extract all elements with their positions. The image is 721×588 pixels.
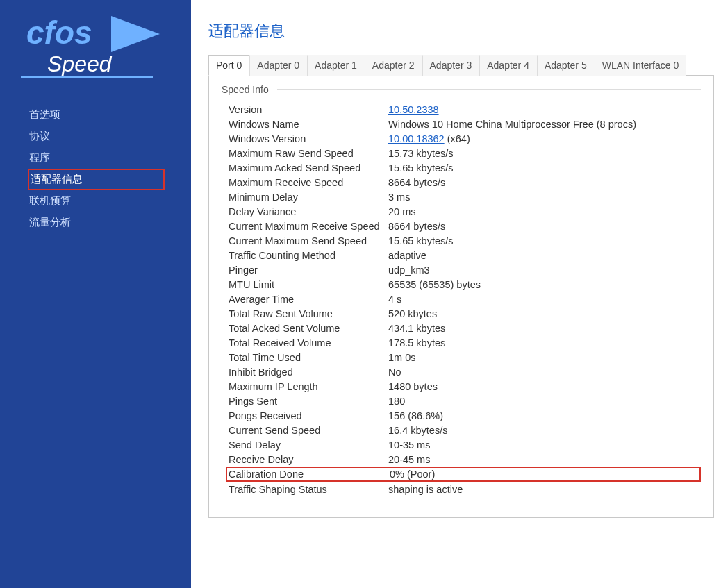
sidebar-item-label: 程序 (29, 151, 50, 163)
info-row-text: Windows 10 Home China Multiprocessor Fre… (388, 119, 636, 130)
info-row-label: Windows Version (229, 133, 388, 144)
info-row: Current Maximum Receive Speed8664 bytes/… (229, 219, 701, 233)
sidebar-item-label: 适配器信息 (31, 173, 83, 185)
info-row-label: Pinger (229, 264, 388, 276)
info-row-label: Windows Name (229, 119, 388, 130)
tab-label: Adapter 2 (372, 60, 415, 71)
info-row-link[interactable]: 10.00.18362 (388, 133, 445, 144)
info-row-value: 65535 (65535) bytes (388, 279, 701, 290)
info-row-label: MTU Limit (229, 279, 388, 290)
sidebar-item-1[interactable]: 协议 (0, 126, 191, 147)
info-row-value: 15.73 kbytes/s (388, 148, 701, 159)
info-row-text: 15.73 kbytes/s (388, 148, 454, 159)
info-row-text: 1480 bytes (388, 381, 438, 392)
info-row-text: 8664 bytes/s (388, 221, 445, 232)
sidebar-item-5[interactable]: 流量分析 (0, 212, 191, 233)
info-row-value: 20-45 ms (388, 454, 701, 465)
info-row-label: Delay Variance (229, 206, 388, 217)
tab-6[interactable]: Adapter 5 (537, 55, 595, 76)
info-row: Version10.50.2338 (229, 102, 701, 117)
tab-1[interactable]: Adapter 0 (249, 55, 307, 76)
info-row-value: 0% (Poor) (390, 469, 699, 480)
info-row-text: 16.4 kbytes/s (388, 425, 447, 436)
info-row-value: 20 ms (388, 206, 701, 217)
app-logo: cfos Speed (0, 10, 191, 94)
info-row-value: 520 kbytes (388, 308, 701, 319)
info-row-label: Maximum Receive Speed (229, 177, 388, 188)
info-row: Total Received Volume178.5 kbytes (229, 335, 701, 350)
info-row: Averager Time4 s (229, 292, 701, 306)
info-row: Maximum Acked Send Speed15.65 kbytes/s (229, 160, 701, 175)
info-row-label: Pings Sent (229, 396, 388, 407)
tab-4[interactable]: Adapter 3 (422, 55, 480, 76)
info-row-link[interactable]: 10.50.2338 (388, 104, 439, 115)
info-row: Traffic Shaping Statusshaping is active (229, 482, 701, 496)
info-row: Minimum Delay3 ms (229, 190, 701, 204)
section-title: Speed Info (222, 84, 274, 95)
info-row-label: Traffic Counting Method (229, 250, 388, 261)
svg-text:cfos: cfos (26, 15, 92, 51)
info-row-value: adaptive (388, 250, 701, 261)
tab-7[interactable]: WLAN Interface 0 (595, 55, 687, 76)
info-row-label: Maximum Acked Send Speed (229, 162, 388, 174)
sidebar-item-label: 流量分析 (29, 216, 71, 228)
info-row-value: 8664 bytes/s (388, 177, 701, 188)
info-row-value: 434.1 kbytes (388, 323, 701, 334)
info-row: Maximum Raw Send Speed15.73 kbytes/s (229, 146, 701, 160)
info-row: Total Time Used1m 0s (229, 350, 701, 364)
sidebar-item-label: 首选项 (29, 108, 60, 120)
info-row-text: 0% (Poor) (390, 469, 435, 480)
sidebar-item-2[interactable]: 程序 (0, 147, 191, 169)
tab-label: Port 0 (216, 60, 242, 71)
section-divider (277, 89, 701, 90)
info-row-value: 180 (388, 396, 701, 407)
info-row-label: Traffic Shaping Status (229, 484, 388, 495)
sidebar-item-4[interactable]: 联机预算 (0, 190, 191, 212)
info-row-text: No (388, 367, 401, 378)
info-row: Inhibit BridgedNo (229, 364, 701, 379)
info-row: Windows Version10.00.18362 (x64) (229, 131, 701, 146)
info-row-text: 434.1 kbytes (388, 323, 445, 334)
info-row: Current Send Speed16.4 kbytes/s (229, 423, 701, 437)
tab-5[interactable]: Adapter 4 (479, 55, 537, 76)
info-row-value: 15.65 kbytes/s (388, 162, 701, 174)
info-row-text: 65535 (65535) bytes (388, 279, 481, 290)
tab-label: Adapter 3 (430, 60, 472, 71)
sidebar-nav: 首选项协议程序适配器信息联机预算流量分析 (0, 104, 191, 233)
info-row-text: 178.5 kbytes (388, 337, 445, 348)
info-row-value: udp_km3 (388, 264, 701, 276)
info-row-extra: (x64) (445, 133, 470, 144)
info-row-label: Receive Delay (229, 454, 388, 465)
tab-2[interactable]: Adapter 1 (307, 55, 365, 76)
info-row-text: 156 (86.6%) (388, 410, 443, 421)
main-content: 适配器信息 Port 0Adapter 0Adapter 1Adapter 2A… (191, 0, 721, 588)
info-row-value: 10.50.2338 (388, 104, 701, 115)
info-row-text: 520 kbytes (388, 308, 437, 319)
info-row-text: 15.65 kbytes/s (388, 235, 454, 246)
sidebar-item-3[interactable]: 适配器信息 (28, 169, 165, 190)
tab-0[interactable]: Port 0 (208, 55, 249, 76)
tab-3[interactable]: Adapter 2 (365, 55, 422, 76)
info-row: Total Raw Sent Volume520 kbytes (229, 306, 701, 321)
page-title: 适配器信息 (208, 21, 721, 42)
sidebar-item-0[interactable]: 首选项 (0, 104, 191, 126)
info-row-text: 15.65 kbytes/s (388, 162, 454, 174)
info-row-label: Maximum IP Length (229, 381, 388, 392)
info-row-label: Total Raw Sent Volume (229, 308, 388, 319)
info-row-text: 10-35 ms (388, 439, 430, 451)
info-row-text: adaptive (388, 250, 426, 261)
info-row-label: Total Time Used (229, 352, 388, 363)
info-row-text: 20 ms (388, 206, 416, 217)
sidebar: cfos Speed 首选项协议程序适配器信息联机预算流量分析 (0, 0, 191, 588)
info-row-label: Total Received Volume (229, 337, 388, 348)
info-row: Send Delay10-35 ms (229, 437, 701, 452)
info-row-text: shaping is active (388, 484, 463, 495)
info-row-label: Total Acked Sent Volume (229, 323, 388, 334)
info-row: MTU Limit65535 (65535) bytes (229, 277, 701, 292)
info-row-value: 1480 bytes (388, 381, 701, 392)
info-row-value: Windows 10 Home China Multiprocessor Fre… (388, 119, 701, 130)
info-row: Current Maximum Send Speed15.65 kbytes/s (229, 233, 701, 248)
info-row-label: Version (229, 104, 388, 115)
info-row-text: 20-45 ms (388, 454, 430, 465)
info-row-value: No (388, 367, 701, 378)
